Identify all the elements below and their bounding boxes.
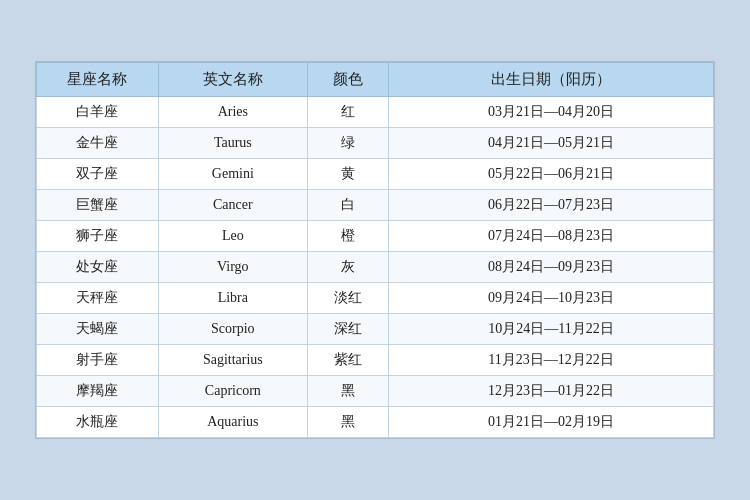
header-color: 颜色 [307, 63, 388, 97]
header-chinese: 星座名称 [37, 63, 159, 97]
cell-color: 淡红 [307, 283, 388, 314]
cell-chinese: 处女座 [37, 252, 159, 283]
cell-date: 06月22日—07月23日 [389, 190, 714, 221]
cell-english: Aries [158, 97, 307, 128]
cell-chinese: 摩羯座 [37, 376, 159, 407]
cell-english: Scorpio [158, 314, 307, 345]
table-row: 双子座Gemini黄05月22日—06月21日 [37, 159, 714, 190]
cell-color: 灰 [307, 252, 388, 283]
zodiac-table-container: 星座名称 英文名称 颜色 出生日期（阳历） 白羊座Aries红03月21日—04… [35, 61, 715, 439]
cell-english: Capricorn [158, 376, 307, 407]
table-row: 白羊座Aries红03月21日—04月20日 [37, 97, 714, 128]
table-row: 天秤座Libra淡红09月24日—10月23日 [37, 283, 714, 314]
table-row: 狮子座Leo橙07月24日—08月23日 [37, 221, 714, 252]
cell-color: 黑 [307, 376, 388, 407]
cell-color: 紫红 [307, 345, 388, 376]
zodiac-table: 星座名称 英文名称 颜色 出生日期（阳历） 白羊座Aries红03月21日—04… [36, 62, 714, 438]
cell-color: 白 [307, 190, 388, 221]
cell-date: 09月24日—10月23日 [389, 283, 714, 314]
cell-chinese: 巨蟹座 [37, 190, 159, 221]
cell-color: 黑 [307, 407, 388, 438]
cell-english: Aquarius [158, 407, 307, 438]
cell-english: Virgo [158, 252, 307, 283]
cell-date: 07月24日—08月23日 [389, 221, 714, 252]
table-row: 水瓶座Aquarius黑01月21日—02月19日 [37, 407, 714, 438]
table-body: 白羊座Aries红03月21日—04月20日金牛座Taurus绿04月21日—0… [37, 97, 714, 438]
header-date: 出生日期（阳历） [389, 63, 714, 97]
cell-english: Cancer [158, 190, 307, 221]
table-row: 射手座Sagittarius紫红11月23日—12月22日 [37, 345, 714, 376]
cell-date: 04月21日—05月21日 [389, 128, 714, 159]
cell-chinese: 双子座 [37, 159, 159, 190]
cell-date: 11月23日—12月22日 [389, 345, 714, 376]
cell-english: Leo [158, 221, 307, 252]
cell-color: 绿 [307, 128, 388, 159]
cell-date: 03月21日—04月20日 [389, 97, 714, 128]
cell-date: 08月24日—09月23日 [389, 252, 714, 283]
cell-chinese: 水瓶座 [37, 407, 159, 438]
cell-chinese: 天秤座 [37, 283, 159, 314]
cell-date: 12月23日—01月22日 [389, 376, 714, 407]
cell-english: Gemini [158, 159, 307, 190]
table-row: 处女座Virgo灰08月24日—09月23日 [37, 252, 714, 283]
table-header-row: 星座名称 英文名称 颜色 出生日期（阳历） [37, 63, 714, 97]
cell-color: 深红 [307, 314, 388, 345]
cell-english: Libra [158, 283, 307, 314]
table-row: 摩羯座Capricorn黑12月23日—01月22日 [37, 376, 714, 407]
cell-date: 05月22日—06月21日 [389, 159, 714, 190]
header-english: 英文名称 [158, 63, 307, 97]
cell-english: Sagittarius [158, 345, 307, 376]
cell-chinese: 狮子座 [37, 221, 159, 252]
cell-date: 01月21日—02月19日 [389, 407, 714, 438]
cell-chinese: 天蝎座 [37, 314, 159, 345]
cell-english: Taurus [158, 128, 307, 159]
cell-color: 橙 [307, 221, 388, 252]
cell-date: 10月24日—11月22日 [389, 314, 714, 345]
table-row: 金牛座Taurus绿04月21日—05月21日 [37, 128, 714, 159]
cell-color: 红 [307, 97, 388, 128]
cell-color: 黄 [307, 159, 388, 190]
cell-chinese: 射手座 [37, 345, 159, 376]
table-row: 巨蟹座Cancer白06月22日—07月23日 [37, 190, 714, 221]
cell-chinese: 白羊座 [37, 97, 159, 128]
table-row: 天蝎座Scorpio深红10月24日—11月22日 [37, 314, 714, 345]
cell-chinese: 金牛座 [37, 128, 159, 159]
